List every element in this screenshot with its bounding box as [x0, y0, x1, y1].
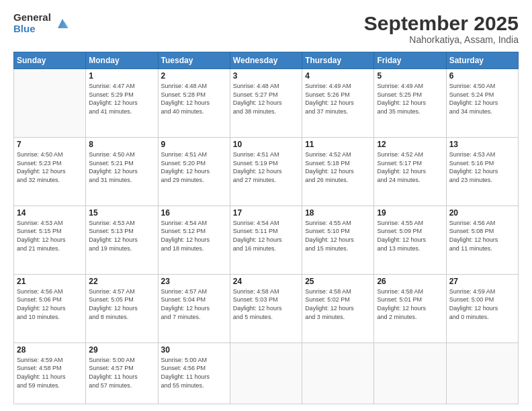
day-cell [14, 69, 86, 138]
day-info: Sunrise: 4:48 AM Sunset: 5:28 PM Dayligh… [161, 82, 227, 116]
week-row-3: 14Sunrise: 4:53 AM Sunset: 5:15 PM Dayli… [14, 205, 519, 274]
day-number: 8 [89, 140, 154, 149]
day-info: Sunrise: 4:51 AM Sunset: 5:20 PM Dayligh… [161, 150, 227, 184]
day-cell: 12Sunrise: 4:52 AM Sunset: 5:17 PM Dayli… [374, 137, 446, 205]
location: Nahorkatiya, Assam, India [364, 34, 519, 45]
day-number: 4 [305, 71, 371, 81]
logo-general: General [13, 12, 51, 24]
day-info: Sunrise: 4:53 AM Sunset: 5:15 PM Dayligh… [17, 219, 83, 253]
day-cell: 5Sunrise: 4:49 AM Sunset: 5:25 PM Daylig… [374, 69, 446, 138]
day-cell: 4Sunrise: 4:49 AM Sunset: 5:26 PM Daylig… [302, 69, 374, 138]
header-sunday: Sunday [14, 52, 86, 69]
day-cell: 2Sunrise: 4:48 AM Sunset: 5:28 PM Daylig… [158, 69, 230, 138]
day-number: 11 [305, 140, 371, 149]
day-cell [446, 342, 518, 404]
day-cell: 28Sunrise: 4:59 AM Sunset: 4:58 PM Dayli… [14, 342, 86, 404]
day-number: 9 [161, 140, 227, 149]
day-info: Sunrise: 4:57 AM Sunset: 5:04 PM Dayligh… [161, 287, 227, 321]
day-cell: 8Sunrise: 4:50 AM Sunset: 5:21 PM Daylig… [86, 137, 158, 205]
day-cell: 13Sunrise: 4:53 AM Sunset: 5:16 PM Dayli… [446, 137, 518, 205]
day-number: 27 [449, 277, 515, 286]
calendar-table: Sunday Monday Tuesday Wednesday Thursday… [13, 52, 519, 404]
day-cell: 14Sunrise: 4:53 AM Sunset: 5:15 PM Dayli… [14, 205, 86, 274]
header: General Blue September 2025 Nahorkatiya,… [13, 12, 519, 45]
day-info: Sunrise: 4:56 AM Sunset: 5:06 PM Dayligh… [17, 287, 83, 321]
day-cell: 9Sunrise: 4:51 AM Sunset: 5:20 PM Daylig… [158, 137, 230, 205]
day-number: 16 [161, 208, 227, 218]
day-cell: 21Sunrise: 4:56 AM Sunset: 5:06 PM Dayli… [14, 274, 86, 342]
day-number: 15 [89, 208, 154, 218]
logo-blue: Blue [13, 24, 51, 35]
calendar-page: General Blue September 2025 Nahorkatiya,… [0, 0, 532, 411]
day-number: 1 [89, 71, 154, 81]
day-cell: 22Sunrise: 4:57 AM Sunset: 5:05 PM Dayli… [86, 274, 158, 342]
day-number: 30 [161, 345, 227, 355]
day-number: 23 [161, 277, 227, 286]
header-wednesday: Wednesday [230, 52, 302, 69]
day-number: 25 [305, 277, 371, 286]
day-info: Sunrise: 4:50 AM Sunset: 5:21 PM Dayligh… [89, 150, 154, 184]
day-info: Sunrise: 4:59 AM Sunset: 4:58 PM Dayligh… [17, 356, 83, 390]
day-cell: 27Sunrise: 4:59 AM Sunset: 5:00 PM Dayli… [446, 274, 518, 342]
day-number: 12 [377, 140, 443, 149]
day-cell: 3Sunrise: 4:48 AM Sunset: 5:27 PM Daylig… [230, 69, 302, 138]
header-monday: Monday [86, 52, 158, 69]
day-info: Sunrise: 4:52 AM Sunset: 5:18 PM Dayligh… [305, 150, 371, 184]
day-number: 26 [377, 277, 443, 286]
day-info: Sunrise: 4:53 AM Sunset: 5:13 PM Dayligh… [89, 219, 154, 253]
day-info: Sunrise: 4:52 AM Sunset: 5:17 PM Dayligh… [377, 150, 443, 184]
day-info: Sunrise: 4:58 AM Sunset: 5:03 PM Dayligh… [233, 287, 299, 321]
day-number: 6 [449, 71, 515, 81]
day-number: 29 [89, 345, 154, 355]
day-info: Sunrise: 4:57 AM Sunset: 5:05 PM Dayligh… [89, 287, 154, 321]
day-info: Sunrise: 4:54 AM Sunset: 5:11 PM Dayligh… [233, 219, 299, 253]
day-cell: 23Sunrise: 4:57 AM Sunset: 5:04 PM Dayli… [158, 274, 230, 342]
day-number: 5 [377, 71, 443, 81]
day-cell: 26Sunrise: 4:58 AM Sunset: 5:01 PM Dayli… [374, 274, 446, 342]
day-number: 28 [17, 345, 83, 355]
day-info: Sunrise: 4:54 AM Sunset: 5:12 PM Dayligh… [161, 219, 227, 253]
day-info: Sunrise: 4:47 AM Sunset: 5:29 PM Dayligh… [89, 82, 154, 116]
day-info: Sunrise: 4:59 AM Sunset: 5:00 PM Dayligh… [449, 287, 515, 321]
month-title: September 2025 [364, 12, 519, 34]
day-cell: 19Sunrise: 4:55 AM Sunset: 5:09 PM Dayli… [374, 205, 446, 274]
day-info: Sunrise: 4:50 AM Sunset: 5:23 PM Dayligh… [17, 150, 83, 184]
day-cell [230, 342, 302, 404]
day-cell: 15Sunrise: 4:53 AM Sunset: 5:13 PM Dayli… [86, 205, 158, 274]
day-info: Sunrise: 4:49 AM Sunset: 5:25 PM Dayligh… [377, 82, 443, 116]
day-number: 7 [17, 140, 83, 149]
week-row-2: 7Sunrise: 4:50 AM Sunset: 5:23 PM Daylig… [14, 137, 519, 205]
logo: General Blue [13, 12, 70, 34]
day-cell: 25Sunrise: 4:58 AM Sunset: 5:02 PM Dayli… [302, 274, 374, 342]
day-number: 21 [17, 277, 83, 286]
day-cell: 1Sunrise: 4:47 AM Sunset: 5:29 PM Daylig… [86, 69, 158, 138]
day-number: 20 [449, 208, 515, 218]
day-cell: 18Sunrise: 4:55 AM Sunset: 5:10 PM Dayli… [302, 205, 374, 274]
day-cell: 16Sunrise: 4:54 AM Sunset: 5:12 PM Dayli… [158, 205, 230, 274]
day-number: 17 [233, 208, 299, 218]
week-row-4: 21Sunrise: 4:56 AM Sunset: 5:06 PM Dayli… [14, 274, 519, 342]
day-cell: 20Sunrise: 4:56 AM Sunset: 5:08 PM Dayli… [446, 205, 518, 274]
day-cell: 11Sunrise: 4:52 AM Sunset: 5:18 PM Dayli… [302, 137, 374, 205]
day-info: Sunrise: 4:49 AM Sunset: 5:26 PM Dayligh… [305, 82, 371, 116]
week-row-1: 1Sunrise: 4:47 AM Sunset: 5:29 PM Daylig… [14, 69, 519, 138]
day-number: 19 [377, 208, 443, 218]
day-number: 24 [233, 277, 299, 286]
day-info: Sunrise: 4:56 AM Sunset: 5:08 PM Dayligh… [449, 219, 515, 253]
day-info: Sunrise: 4:58 AM Sunset: 5:02 PM Dayligh… [305, 287, 371, 321]
day-cell: 6Sunrise: 4:50 AM Sunset: 5:24 PM Daylig… [446, 69, 518, 138]
day-cell: 17Sunrise: 4:54 AM Sunset: 5:11 PM Dayli… [230, 205, 302, 274]
day-cell: 30Sunrise: 5:00 AM Sunset: 4:56 PM Dayli… [158, 342, 230, 404]
day-number: 14 [17, 208, 83, 218]
day-number: 18 [305, 208, 371, 218]
day-number: 13 [449, 140, 515, 149]
weekday-header-row: Sunday Monday Tuesday Wednesday Thursday… [14, 52, 519, 69]
day-info: Sunrise: 4:55 AM Sunset: 5:10 PM Dayligh… [305, 219, 371, 253]
day-number: 3 [233, 71, 299, 81]
title-block: September 2025 Nahorkatiya, Assam, India [364, 12, 519, 45]
day-info: Sunrise: 4:58 AM Sunset: 5:01 PM Dayligh… [377, 287, 443, 321]
day-info: Sunrise: 5:00 AM Sunset: 4:56 PM Dayligh… [161, 356, 227, 390]
header-saturday: Saturday [446, 52, 518, 69]
day-info: Sunrise: 4:48 AM Sunset: 5:27 PM Dayligh… [233, 82, 299, 116]
day-info: Sunrise: 5:00 AM Sunset: 4:57 PM Dayligh… [89, 356, 154, 390]
